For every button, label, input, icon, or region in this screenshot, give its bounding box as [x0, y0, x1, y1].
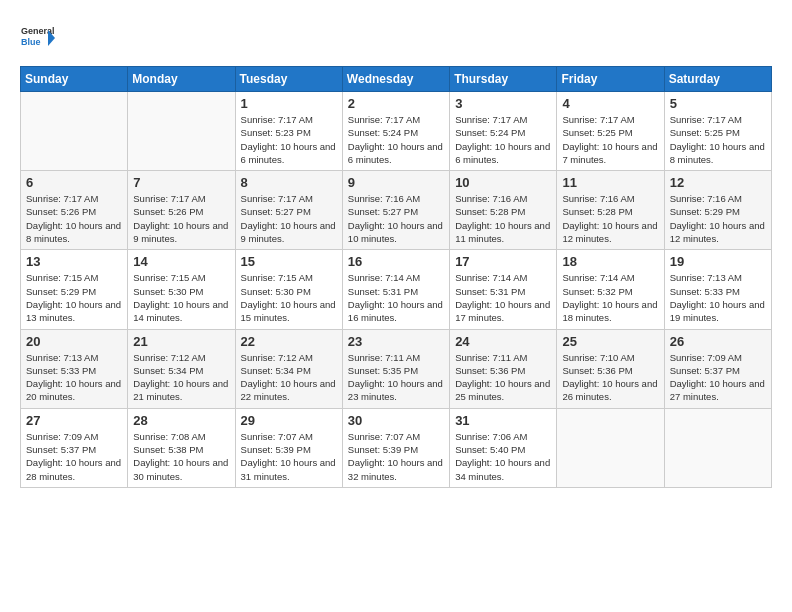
day-detail: Sunrise: 7:07 AM Sunset: 5:39 PM Dayligh… [241, 430, 337, 483]
calendar-cell: 21Sunrise: 7:12 AM Sunset: 5:34 PM Dayli… [128, 329, 235, 408]
calendar-header-sunday: Sunday [21, 67, 128, 92]
calendar-cell: 4Sunrise: 7:17 AM Sunset: 5:25 PM Daylig… [557, 92, 664, 171]
day-detail: Sunrise: 7:09 AM Sunset: 5:37 PM Dayligh… [670, 351, 766, 404]
day-number: 20 [26, 334, 122, 349]
calendar-cell: 23Sunrise: 7:11 AM Sunset: 5:35 PM Dayli… [342, 329, 449, 408]
calendar-cell: 20Sunrise: 7:13 AM Sunset: 5:33 PM Dayli… [21, 329, 128, 408]
logo: General Blue [20, 20, 56, 56]
calendar-cell: 13Sunrise: 7:15 AM Sunset: 5:29 PM Dayli… [21, 250, 128, 329]
day-detail: Sunrise: 7:16 AM Sunset: 5:29 PM Dayligh… [670, 192, 766, 245]
calendar-week-row: 20Sunrise: 7:13 AM Sunset: 5:33 PM Dayli… [21, 329, 772, 408]
calendar-cell: 11Sunrise: 7:16 AM Sunset: 5:28 PM Dayli… [557, 171, 664, 250]
day-number: 5 [670, 96, 766, 111]
calendar-cell: 1Sunrise: 7:17 AM Sunset: 5:23 PM Daylig… [235, 92, 342, 171]
calendar-cell [664, 408, 771, 487]
calendar-cell: 30Sunrise: 7:07 AM Sunset: 5:39 PM Dayli… [342, 408, 449, 487]
calendar-cell: 18Sunrise: 7:14 AM Sunset: 5:32 PM Dayli… [557, 250, 664, 329]
day-detail: Sunrise: 7:15 AM Sunset: 5:30 PM Dayligh… [133, 271, 229, 324]
day-detail: Sunrise: 7:11 AM Sunset: 5:36 PM Dayligh… [455, 351, 551, 404]
day-number: 19 [670, 254, 766, 269]
day-detail: Sunrise: 7:16 AM Sunset: 5:27 PM Dayligh… [348, 192, 444, 245]
day-detail: Sunrise: 7:17 AM Sunset: 5:26 PM Dayligh… [133, 192, 229, 245]
day-number: 16 [348, 254, 444, 269]
calendar-cell: 28Sunrise: 7:08 AM Sunset: 5:38 PM Dayli… [128, 408, 235, 487]
day-number: 18 [562, 254, 658, 269]
day-detail: Sunrise: 7:14 AM Sunset: 5:31 PM Dayligh… [348, 271, 444, 324]
day-number: 1 [241, 96, 337, 111]
calendar-header-friday: Friday [557, 67, 664, 92]
calendar-header-row: SundayMondayTuesdayWednesdayThursdayFrid… [21, 67, 772, 92]
calendar-cell: 27Sunrise: 7:09 AM Sunset: 5:37 PM Dayli… [21, 408, 128, 487]
day-detail: Sunrise: 7:12 AM Sunset: 5:34 PM Dayligh… [133, 351, 229, 404]
day-number: 9 [348, 175, 444, 190]
calendar-cell: 10Sunrise: 7:16 AM Sunset: 5:28 PM Dayli… [450, 171, 557, 250]
day-number: 22 [241, 334, 337, 349]
day-number: 21 [133, 334, 229, 349]
calendar-cell: 16Sunrise: 7:14 AM Sunset: 5:31 PM Dayli… [342, 250, 449, 329]
day-detail: Sunrise: 7:17 AM Sunset: 5:25 PM Dayligh… [670, 113, 766, 166]
day-number: 30 [348, 413, 444, 428]
day-number: 13 [26, 254, 122, 269]
day-detail: Sunrise: 7:10 AM Sunset: 5:36 PM Dayligh… [562, 351, 658, 404]
calendar-cell: 3Sunrise: 7:17 AM Sunset: 5:24 PM Daylig… [450, 92, 557, 171]
calendar-header-tuesday: Tuesday [235, 67, 342, 92]
calendar-cell: 6Sunrise: 7:17 AM Sunset: 5:26 PM Daylig… [21, 171, 128, 250]
day-detail: Sunrise: 7:14 AM Sunset: 5:31 PM Dayligh… [455, 271, 551, 324]
day-number: 4 [562, 96, 658, 111]
day-detail: Sunrise: 7:15 AM Sunset: 5:30 PM Dayligh… [241, 271, 337, 324]
day-detail: Sunrise: 7:17 AM Sunset: 5:23 PM Dayligh… [241, 113, 337, 166]
calendar-header-saturday: Saturday [664, 67, 771, 92]
day-number: 23 [348, 334, 444, 349]
day-detail: Sunrise: 7:11 AM Sunset: 5:35 PM Dayligh… [348, 351, 444, 404]
calendar-cell: 19Sunrise: 7:13 AM Sunset: 5:33 PM Dayli… [664, 250, 771, 329]
calendar-cell: 12Sunrise: 7:16 AM Sunset: 5:29 PM Dayli… [664, 171, 771, 250]
day-number: 17 [455, 254, 551, 269]
day-number: 12 [670, 175, 766, 190]
calendar-week-row: 1Sunrise: 7:17 AM Sunset: 5:23 PM Daylig… [21, 92, 772, 171]
calendar-cell: 9Sunrise: 7:16 AM Sunset: 5:27 PM Daylig… [342, 171, 449, 250]
day-number: 14 [133, 254, 229, 269]
day-detail: Sunrise: 7:17 AM Sunset: 5:25 PM Dayligh… [562, 113, 658, 166]
day-detail: Sunrise: 7:16 AM Sunset: 5:28 PM Dayligh… [562, 192, 658, 245]
day-number: 6 [26, 175, 122, 190]
day-detail: Sunrise: 7:07 AM Sunset: 5:39 PM Dayligh… [348, 430, 444, 483]
day-detail: Sunrise: 7:16 AM Sunset: 5:28 PM Dayligh… [455, 192, 551, 245]
calendar-cell: 8Sunrise: 7:17 AM Sunset: 5:27 PM Daylig… [235, 171, 342, 250]
calendar-cell [128, 92, 235, 171]
day-detail: Sunrise: 7:14 AM Sunset: 5:32 PM Dayligh… [562, 271, 658, 324]
calendar-cell: 17Sunrise: 7:14 AM Sunset: 5:31 PM Dayli… [450, 250, 557, 329]
day-detail: Sunrise: 7:15 AM Sunset: 5:29 PM Dayligh… [26, 271, 122, 324]
calendar-header-monday: Monday [128, 67, 235, 92]
day-number: 29 [241, 413, 337, 428]
calendar-cell: 22Sunrise: 7:12 AM Sunset: 5:34 PM Dayli… [235, 329, 342, 408]
calendar-cell: 26Sunrise: 7:09 AM Sunset: 5:37 PM Dayli… [664, 329, 771, 408]
day-number: 25 [562, 334, 658, 349]
calendar-cell: 2Sunrise: 7:17 AM Sunset: 5:24 PM Daylig… [342, 92, 449, 171]
calendar-week-row: 27Sunrise: 7:09 AM Sunset: 5:37 PM Dayli… [21, 408, 772, 487]
day-number: 15 [241, 254, 337, 269]
calendar-cell: 7Sunrise: 7:17 AM Sunset: 5:26 PM Daylig… [128, 171, 235, 250]
svg-text:Blue: Blue [21, 37, 41, 47]
day-detail: Sunrise: 7:17 AM Sunset: 5:24 PM Dayligh… [455, 113, 551, 166]
day-detail: Sunrise: 7:09 AM Sunset: 5:37 PM Dayligh… [26, 430, 122, 483]
calendar-header-thursday: Thursday [450, 67, 557, 92]
calendar-cell [557, 408, 664, 487]
day-number: 7 [133, 175, 229, 190]
day-detail: Sunrise: 7:13 AM Sunset: 5:33 PM Dayligh… [670, 271, 766, 324]
day-number: 2 [348, 96, 444, 111]
calendar-cell: 25Sunrise: 7:10 AM Sunset: 5:36 PM Dayli… [557, 329, 664, 408]
calendar-header-wednesday: Wednesday [342, 67, 449, 92]
day-number: 3 [455, 96, 551, 111]
day-number: 31 [455, 413, 551, 428]
day-detail: Sunrise: 7:17 AM Sunset: 5:24 PM Dayligh… [348, 113, 444, 166]
day-number: 27 [26, 413, 122, 428]
day-number: 24 [455, 334, 551, 349]
calendar-cell: 5Sunrise: 7:17 AM Sunset: 5:25 PM Daylig… [664, 92, 771, 171]
logo-svg: General Blue [20, 20, 56, 56]
day-detail: Sunrise: 7:13 AM Sunset: 5:33 PM Dayligh… [26, 351, 122, 404]
calendar-cell: 31Sunrise: 7:06 AM Sunset: 5:40 PM Dayli… [450, 408, 557, 487]
calendar-cell: 15Sunrise: 7:15 AM Sunset: 5:30 PM Dayli… [235, 250, 342, 329]
day-number: 10 [455, 175, 551, 190]
calendar-cell: 29Sunrise: 7:07 AM Sunset: 5:39 PM Dayli… [235, 408, 342, 487]
day-detail: Sunrise: 7:06 AM Sunset: 5:40 PM Dayligh… [455, 430, 551, 483]
